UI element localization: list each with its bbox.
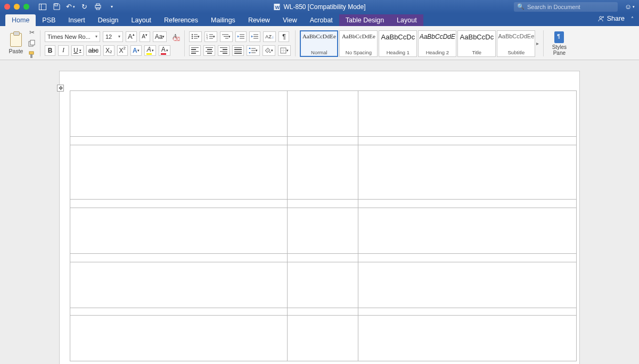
line-spacing-button[interactable]: ▾ bbox=[247, 45, 260, 56]
style-preview: AaBbCcDdE bbox=[420, 33, 455, 40]
justify-button[interactable] bbox=[232, 45, 244, 56]
tab-layout[interactable]: Layout bbox=[125, 14, 158, 26]
styles-pane-button[interactable]: StylesPane bbox=[548, 31, 570, 56]
search-input[interactable]: 🔍 Search in Document bbox=[514, 2, 618, 12]
format-painter-icon[interactable] bbox=[28, 51, 36, 59]
numbering-button[interactable]: 123▾ bbox=[204, 31, 217, 42]
shrink-font-button[interactable]: A▾ bbox=[140, 31, 150, 42]
minimize-window-button[interactable] bbox=[14, 4, 20, 10]
superscript-button[interactable]: X2 bbox=[117, 45, 128, 56]
style-subtitle[interactable]: AaBbCcDdEeSubtitle bbox=[497, 30, 535, 57]
document-title: W WL-850 [Compatibility Mode] bbox=[273, 3, 365, 11]
table-row[interactable] bbox=[70, 208, 577, 254]
table-row[interactable] bbox=[70, 145, 577, 200]
tab-design[interactable]: Design bbox=[92, 14, 125, 26]
underline-button[interactable]: U▾ bbox=[71, 45, 84, 56]
tab-references[interactable]: References bbox=[158, 14, 204, 26]
redo-icon[interactable]: ↻ bbox=[80, 3, 88, 11]
svg-marker-41 bbox=[249, 47, 251, 49]
style-no-spacing[interactable]: AaBbCcDdEeNo Spacing bbox=[339, 30, 378, 57]
close-window-button[interactable] bbox=[4, 4, 10, 10]
style-normal[interactable]: AaBbCcDdEeNormal bbox=[300, 30, 338, 57]
table-row[interactable] bbox=[70, 316, 577, 361]
highlight-button[interactable]: A▾ bbox=[144, 45, 156, 56]
zoom-window-button[interactable] bbox=[23, 4, 29, 10]
font-name-combo[interactable]: Times New Ro...▾ bbox=[45, 31, 100, 42]
table-row[interactable] bbox=[70, 262, 577, 308]
styles-pane-icon bbox=[554, 31, 564, 43]
ribbon-tabs: Home PSB Insert Design Layout References… bbox=[0, 13, 639, 26]
show-marks-button[interactable]: ¶ bbox=[278, 31, 289, 42]
table-move-handle[interactable]: ✥ bbox=[57, 85, 64, 92]
style-preview: AaBbCcDdEe bbox=[302, 33, 336, 39]
subscript-button[interactable]: X2 bbox=[103, 45, 114, 56]
tab-table-design[interactable]: Table Design bbox=[339, 14, 390, 26]
multilevel-list-button[interactable]: ▾ bbox=[220, 31, 233, 42]
style-heading-1[interactable]: AaBbCcDcHeading 1 bbox=[379, 30, 417, 57]
style-heading-2[interactable]: AaBbCcDdEHeading 2 bbox=[418, 30, 456, 57]
gallery-scroll-icon[interactable]: ▸ bbox=[536, 40, 539, 46]
style-title[interactable]: AaBbCcDcTitle bbox=[457, 30, 496, 57]
clear-formatting-button[interactable]: A⌫ bbox=[169, 31, 180, 42]
align-center-button[interactable] bbox=[203, 45, 215, 56]
feedback-button[interactable]: ☺▾ bbox=[625, 3, 635, 11]
print-icon[interactable] bbox=[94, 3, 102, 11]
tab-mailings[interactable]: Mailings bbox=[204, 14, 242, 26]
shading-button[interactable]: ▾ bbox=[263, 45, 275, 56]
svg-point-15 bbox=[192, 34, 193, 35]
share-label: Share bbox=[607, 15, 625, 22]
page[interactable]: ✥ bbox=[59, 71, 580, 364]
font-color-button[interactable]: A▾ bbox=[159, 45, 170, 56]
svg-rect-0 bbox=[39, 4, 46, 10]
bullets-button[interactable]: ▾ bbox=[189, 31, 202, 42]
strikethrough-button[interactable]: abc bbox=[86, 45, 101, 56]
svg-text:W: W bbox=[275, 5, 280, 10]
increase-indent-button[interactable] bbox=[249, 31, 260, 42]
font-size-combo[interactable]: 12▾ bbox=[103, 31, 123, 42]
italic-button[interactable]: I bbox=[58, 45, 69, 56]
decrease-indent-button[interactable] bbox=[235, 31, 247, 42]
paragraph-group: ▾ 123▾ ▾ AZ↓ ¶ ▾ ▾ ▾ bbox=[186, 28, 294, 59]
svg-point-43 bbox=[269, 51, 271, 53]
collapse-ribbon-icon[interactable]: ˄ bbox=[631, 16, 634, 22]
table-row[interactable] bbox=[70, 254, 577, 262]
copy-icon[interactable] bbox=[28, 39, 36, 47]
share-button[interactable]: Share ˄ bbox=[597, 15, 634, 22]
tab-home[interactable]: Home bbox=[5, 14, 36, 26]
align-left-button[interactable] bbox=[189, 45, 201, 56]
tab-insert[interactable]: Insert bbox=[62, 14, 91, 26]
undo-icon[interactable]: ↶▾ bbox=[67, 3, 74, 11]
grow-font-button[interactable]: A▴ bbox=[126, 31, 137, 42]
style-preview: AaBbCcDc bbox=[460, 33, 494, 41]
tab-psb[interactable]: PSB bbox=[36, 14, 62, 26]
label-table[interactable] bbox=[70, 90, 577, 361]
svg-rect-3 bbox=[95, 5, 101, 8]
tab-review[interactable]: Review bbox=[242, 14, 276, 26]
style-label: Heading 2 bbox=[426, 49, 449, 55]
table-row[interactable] bbox=[70, 200, 577, 208]
text-effects-button[interactable]: A▾ bbox=[130, 45, 142, 56]
tab-acrobat[interactable]: Acrobat bbox=[304, 14, 339, 26]
style-label: Normal bbox=[311, 49, 327, 55]
table-row[interactable] bbox=[70, 91, 577, 137]
sidebar-toggle-icon[interactable] bbox=[39, 3, 46, 11]
save-icon[interactable] bbox=[53, 3, 60, 11]
style-preview: AaBbCcDc bbox=[381, 33, 415, 41]
tab-view[interactable]: View bbox=[276, 14, 304, 26]
table-row[interactable] bbox=[70, 308, 577, 316]
change-case-button[interactable]: Aa▾ bbox=[153, 31, 167, 42]
tab-table-layout[interactable]: Layout bbox=[390, 14, 423, 26]
window-controls bbox=[4, 4, 29, 10]
bold-button[interactable]: B bbox=[45, 45, 55, 56]
qat-customize-icon[interactable]: ▾ bbox=[108, 3, 116, 11]
document-workspace: ✥ bbox=[0, 60, 639, 364]
paste-button[interactable]: Paste bbox=[6, 33, 26, 54]
cut-icon[interactable]: ✂ bbox=[28, 28, 36, 36]
table-row[interactable] bbox=[70, 137, 577, 145]
svg-rect-4 bbox=[96, 4, 100, 5]
borders-button[interactable]: ▾ bbox=[278, 45, 291, 56]
sort-button[interactable]: AZ↓ bbox=[263, 31, 276, 42]
quick-access-toolbar: ↶▾ ↻ ▾ bbox=[39, 3, 116, 11]
align-right-button[interactable] bbox=[218, 45, 230, 56]
svg-marker-37 bbox=[251, 36, 253, 38]
